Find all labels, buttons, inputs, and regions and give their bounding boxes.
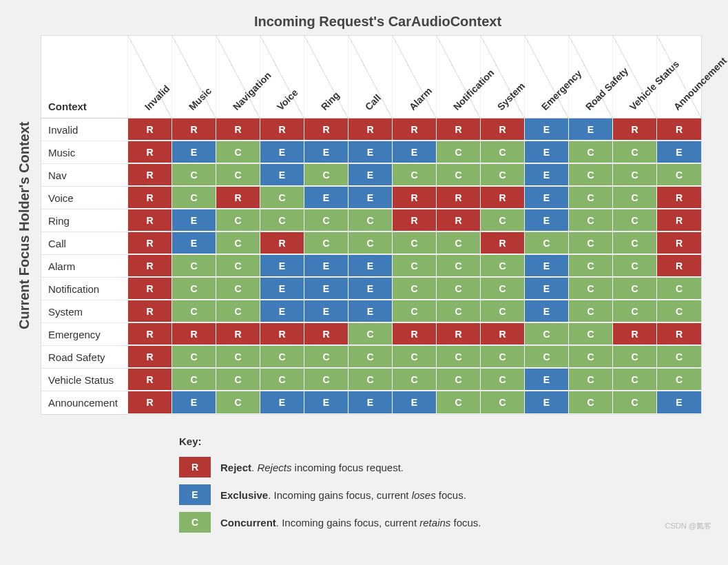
matrix-cell: C (613, 300, 657, 322)
matrix-cell: C (349, 346, 393, 368)
matrix-cell: C (172, 187, 216, 209)
matrix-cell: R (657, 232, 701, 254)
matrix-cell: R (393, 119, 437, 141)
matrix-cell: C (172, 346, 216, 368)
matrix-cell: E (525, 300, 569, 322)
legend-swatch: R (179, 457, 211, 477)
matrix-cell: C (613, 278, 657, 300)
matrix-cell: E (393, 391, 437, 414)
row-header: Alarm (41, 255, 128, 277)
column-header: System (481, 36, 525, 118)
matrix-cell: C (481, 369, 525, 391)
matrix-cell: R (216, 323, 260, 345)
matrix-cell: C (481, 346, 525, 368)
matrix-cell: R (657, 119, 701, 141)
matrix-cell: E (525, 209, 569, 232)
column-header: Road Safety (569, 36, 613, 118)
matrix-cell: C (393, 232, 437, 254)
matrix-cell: C (349, 369, 393, 391)
column-header: Notification (437, 36, 481, 118)
matrix-cell: C (349, 209, 393, 232)
matrix-cell: R (393, 323, 437, 345)
matrix-cell: C (569, 346, 613, 368)
legend-swatch: E (179, 484, 211, 505)
matrix-cell: C (525, 346, 569, 368)
matrix-cell: R (128, 255, 172, 277)
table-row: VoiceRCRCEERRRECCR (41, 187, 701, 209)
column-header: Invalid (128, 36, 172, 118)
matrix-cell: R (260, 232, 304, 254)
matrix-cell: C (525, 323, 569, 345)
matrix-cell: R (613, 323, 657, 345)
matrix-cell: R (128, 391, 172, 414)
table-row: CallRECRCCCCRCCCR (41, 232, 701, 255)
matrix-cell: C (657, 278, 701, 300)
matrix-cell: C (437, 346, 481, 368)
matrix-cell: E (525, 119, 569, 141)
matrix-cell: R (128, 141, 172, 163)
matrix-cell: C (172, 300, 216, 322)
matrix-cell: C (569, 141, 613, 163)
table-row: NotificationRCCEEECCCECCC (41, 278, 701, 300)
matrix-cell: R (128, 323, 172, 345)
column-header: Emergency (525, 36, 569, 118)
matrix-cell: R (613, 119, 657, 141)
matrix-cell: C (304, 346, 349, 368)
matrix-cell: C (481, 278, 525, 300)
matrix-cell: C (569, 187, 613, 209)
matrix-cell: C (304, 209, 349, 232)
matrix-cell: C (437, 232, 481, 254)
matrix-cell: C (437, 369, 481, 391)
matrix-cell: C (613, 369, 657, 391)
table-row: Vehicle StatusRCCCCCCCCECCC (41, 369, 701, 391)
matrix-cell: C (172, 255, 216, 277)
matrix-cell: R (304, 119, 349, 141)
matrix-table: Context InvalidMusicNavigationVoiceRingC… (41, 35, 702, 415)
matrix-cell: C (172, 278, 216, 300)
matrix-cell: C (304, 369, 349, 391)
column-header: Call (349, 36, 393, 118)
matrix-cell: C (569, 255, 613, 277)
matrix-cell: R (657, 209, 701, 232)
matrix-cell: E (349, 255, 393, 277)
matrix-cell: C (481, 141, 525, 163)
matrix-cell: R (657, 255, 701, 277)
matrix-cell: R (172, 323, 216, 345)
column-header: Navigation (216, 36, 260, 118)
row-header: Ring (41, 209, 128, 232)
column-header-row: Context InvalidMusicNavigationVoiceRingC… (41, 36, 701, 119)
matrix-cell: C (481, 164, 525, 186)
matrix-cell: E (657, 141, 701, 163)
matrix-cell: C (569, 391, 613, 414)
matrix-cell: E (260, 141, 304, 163)
matrix-cell: C (481, 209, 525, 232)
matrix-cell: R (128, 300, 172, 322)
matrix-cell: C (613, 209, 657, 232)
matrix-cell: R (128, 164, 172, 186)
matrix-cell: C (216, 300, 260, 322)
matrix-cell: C (657, 164, 701, 186)
row-header: Call (41, 232, 128, 254)
legend-title: Key: (179, 435, 714, 447)
matrix-cell: C (172, 369, 216, 391)
matrix-cell: E (349, 300, 393, 322)
matrix-cell: C (216, 209, 260, 232)
matrix-cell: E (172, 391, 216, 414)
matrix-cell: R (128, 187, 172, 209)
matrix-cell: C (216, 391, 260, 414)
matrix-cell: C (613, 164, 657, 186)
matrix-cell: C (613, 346, 657, 368)
row-header: Invalid (41, 119, 128, 141)
matrix-cell: R (481, 323, 525, 345)
column-header: Alarm (393, 36, 437, 118)
matrix-cell: C (569, 369, 613, 391)
legend-item: EExclusive. Incoming gains focus, curren… (179, 484, 714, 505)
matrix-cell: E (349, 141, 393, 163)
interaction-matrix-document: Incoming Request's CarAudioContext Curre… (14, 14, 714, 533)
column-header: Ring (304, 36, 349, 118)
legend-text: Reject. Rejects incoming focus request. (220, 462, 404, 473)
matrix-cell: C (569, 232, 613, 254)
matrix-cell: R (260, 119, 304, 141)
matrix-cell: C (569, 209, 613, 232)
matrix-cell: C (569, 164, 613, 186)
